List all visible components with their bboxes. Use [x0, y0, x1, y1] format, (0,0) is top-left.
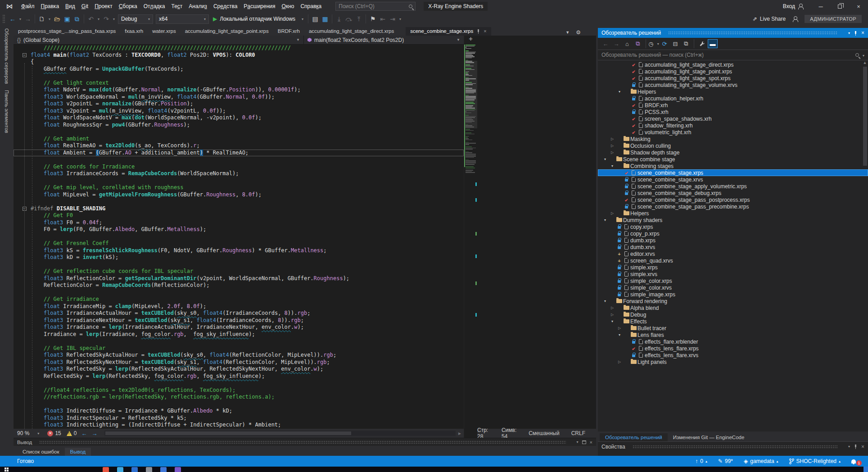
outgoing-commits-button[interactable]: ↑ 0▴: [695, 458, 707, 464]
code-line[interactable]: #ifndef DISABLE_SHADING−: [14, 205, 464, 213]
code-line[interactable]: // Get F0: [14, 212, 464, 219]
tree-item[interactable]: ✔screen_space_shadows.xrh: [598, 115, 868, 122]
solution-explorer-search[interactable]: Обозреватель решений — поиск (Ctrl+ж) ▾: [598, 50, 868, 60]
menu-item[interactable]: Сборка: [116, 0, 140, 13]
code-line[interactable]: float3 IrradianceNextHour = texCUBElod(s…: [14, 317, 464, 324]
new-file-icon[interactable]: 🗋: [37, 14, 47, 24]
warning-count-icon[interactable]: [67, 431, 72, 436]
collapsed-arrow-icon[interactable]: ▷: [616, 360, 623, 364]
code-line[interactable]: ​: [14, 233, 464, 241]
back-icon[interactable]: ←: [601, 39, 610, 48]
line-ending-indicator[interactable]: CRLF: [571, 430, 585, 436]
expanded-arrow-icon[interactable]: ▾: [616, 333, 623, 337]
code-line[interactable]: float Ambient = (GBuffer.AO + additional…: [14, 150, 464, 157]
menu-item[interactable]: Правка: [38, 0, 63, 13]
code-line[interactable]: float MipLevel = getMipLevelFromRoughnes…: [14, 191, 464, 199]
toolbar-grip[interactable]: [3, 15, 5, 23]
code-line[interactable]: //reflections.rgb = lerp(ReflectedSky, r…: [14, 394, 464, 401]
tree-item[interactable]: ✔scene_combine_stage.xrps: [598, 169, 868, 176]
tree-item[interactable]: PCSS.xrh: [598, 109, 868, 115]
collapsed-arrow-icon[interactable]: ▷: [616, 326, 623, 330]
dock-window-icon[interactable]: [582, 440, 586, 444]
code-line[interactable]: GBuffer GBuffer = UnpackGBuffer(TexCoord…: [14, 66, 464, 73]
step-into-icon[interactable]: ⤓: [334, 14, 344, 24]
chevron-down-icon[interactable]: ▾: [577, 440, 579, 444]
navigate-back-caret[interactable]: ▾: [18, 14, 23, 24]
minimap-scrollbar[interactable]: ✚: [464, 36, 477, 438]
pin-icon[interactable]: [476, 29, 480, 33]
tree-item[interactable]: effects_flare.xrblender: [598, 338, 868, 345]
code-line[interactable]: // Get coords for Irradiance: [14, 163, 464, 171]
step-over-icon[interactable]: ⤼: [344, 14, 354, 24]
tree-item[interactable]: +screen_quad.xrvs: [598, 257, 868, 264]
tree-item[interactable]: copy_p.xrps: [598, 230, 868, 237]
code-line[interactable]: // Get IBL specular: [14, 345, 464, 352]
taskbar-corner[interactable]: [863, 467, 868, 472]
window-position-icon[interactable]: ▾: [848, 31, 850, 35]
code-line[interactable]: ​: [14, 261, 464, 268]
switch-views-icon[interactable]: ⧉: [633, 39, 643, 48]
navigate-forward-icon[interactable]: →: [23, 14, 33, 24]
taskbar-app-icon[interactable]: [146, 467, 152, 472]
code-line[interactable]: ​: [14, 401, 464, 408]
restore-button[interactable]: [830, 0, 849, 13]
tree-item[interactable]: ▷Alpha blend: [598, 304, 868, 311]
tree-item[interactable]: ✔volumetric_light.xrh: [598, 129, 868, 136]
tree-item[interactable]: ✔accumulating_light_stage_spot.xrps: [598, 75, 868, 82]
collapse-all-icon[interactable]: ⊟: [670, 39, 680, 48]
code-line[interactable]: float RoughnessSqr = pow4(GBuffer.Roughn…: [14, 122, 464, 129]
code-line[interactable]: ReflectedSky = lerp(ReflectedSky, fog_co…: [14, 373, 464, 380]
tree-item[interactable]: ▾Dummy shaders: [598, 217, 868, 223]
close-icon[interactable]: ×: [861, 444, 864, 450]
error-count-icon[interactable]: ✕: [47, 431, 53, 436]
tree-item[interactable]: ✔shadow_filtering.xrh: [598, 122, 868, 129]
tree-scrollbar[interactable]: ▲: [862, 60, 868, 431]
collapsed-arrow-icon[interactable]: ▷: [609, 137, 616, 141]
horizontal-scrollbar[interactable]: [104, 431, 456, 436]
tree-item[interactable]: ✔accumulating_light_stage_point.xrps: [598, 68, 868, 75]
pending-changes-button[interactable]: ✎ 99*: [718, 458, 733, 464]
tree-item[interactable]: ▾Forward rendering: [598, 298, 868, 304]
tree-item[interactable]: ✔BRDF.xrh: [598, 102, 868, 109]
code-line[interactable]: float RealTimeAO = tex2Dlod0(s_ao, TexCo…: [14, 142, 464, 150]
code-line[interactable]: //float4 reflections = tex2Dlod0(s_refle…: [14, 387, 464, 394]
document-tab[interactable]: BRDF.xrh: [273, 27, 304, 36]
menu-item[interactable]: Проект: [91, 0, 116, 13]
code-line[interactable]: float WorldSpaceNdotV = max(dot(WorldSpa…: [14, 114, 464, 122]
server-explorer-tab[interactable]: Обозреватель серверов: [4, 28, 9, 84]
taskbar-app-icon[interactable]: [160, 467, 167, 472]
document-tab[interactable]: water.xrps: [148, 27, 180, 36]
collapsed-arrow-icon[interactable]: ▷: [609, 313, 616, 317]
code-line[interactable]: // Get Fresnel Coeff: [14, 240, 464, 247]
solution-platform-dropdown[interactable]: x64▾: [156, 14, 209, 24]
tree-item[interactable]: copy.xrps: [598, 223, 868, 230]
bookmark-next-icon[interactable]: ⇥: [388, 14, 398, 24]
tree-item[interactable]: scene_combine_stage.xrvs: [598, 176, 868, 183]
code-line[interactable]: ////////////////////////////////////////…: [14, 45, 464, 52]
tree-item[interactable]: ✔effects_lens_flare.xrps: [598, 345, 868, 352]
tree-item[interactable]: ▷Light panels: [598, 359, 868, 365]
expanded-arrow-icon[interactable]: ▾: [609, 164, 616, 168]
close-icon[interactable]: ×: [484, 28, 486, 34]
tree-item[interactable]: effects_lens_flare.xrvs: [598, 352, 868, 359]
new-file-caret[interactable]: ▾: [47, 14, 52, 24]
tree-item[interactable]: ▾Lens flares: [598, 331, 868, 338]
solution-configuration-dropdown[interactable]: Debug▾: [118, 14, 153, 24]
start-debugging-button[interactable]: ▶ Локальный отладчик Windows▾: [210, 16, 306, 22]
menu-item[interactable]: Анализ: [185, 0, 210, 13]
toolbar-overflow-caret[interactable]: ▾: [398, 14, 403, 24]
code-line[interactable]: float3 IndirectSpecular = ReflectedSky *…: [14, 415, 464, 422]
code-line[interactable]: float3 ReflectionColor = getSpecularDomi…: [14, 275, 464, 282]
taskbar-app-icon[interactable]: [131, 467, 138, 472]
menu-item[interactable]: Окно: [279, 0, 298, 13]
tree-item[interactable]: dumb.xrps: [598, 237, 868, 244]
code-line[interactable]: // Get ambient: [14, 136, 464, 143]
code-line[interactable]: float3 ReflectedSkyNextHour = texCUBElod…: [14, 359, 464, 366]
tree-item[interactable]: simple.xrvs: [598, 271, 868, 277]
warning-count[interactable]: 0: [74, 430, 77, 436]
live-share-button[interactable]: ⇗ Live Share: [753, 16, 786, 22]
tree-item[interactable]: ▷Shadow depth stage: [598, 149, 868, 156]
tree-item[interactable]: simple_image.xrps: [598, 291, 868, 298]
navigate-forward-icon[interactable]: →: [91, 430, 97, 437]
code-line[interactable]: // Get mip level, corellated with roughn…: [14, 184, 464, 191]
